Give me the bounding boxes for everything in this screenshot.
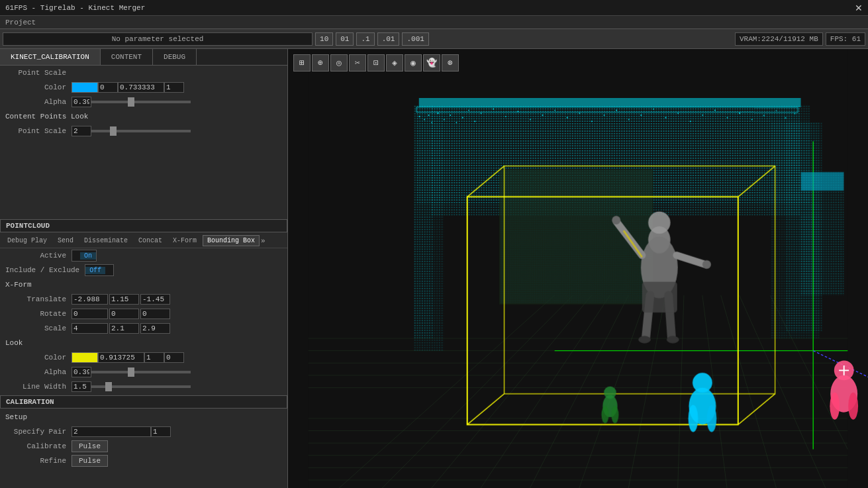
left-panel: KINECT_CALIBRATION CONTENT DEBUG Point S… bbox=[0, 49, 288, 488]
scale-x-input[interactable] bbox=[72, 323, 108, 334]
line-width-input[interactable] bbox=[72, 381, 91, 392]
vp-icon-box[interactable]: ⊡ bbox=[367, 54, 385, 72]
svg-point-93 bbox=[702, 260, 711, 269]
alpha-input[interactable] bbox=[72, 97, 91, 107]
translate-row: Translate bbox=[0, 292, 287, 307]
color-label: Color bbox=[5, 83, 72, 91]
refine-row: Refine Pulse bbox=[0, 454, 287, 468]
subtab-concat[interactable]: Concat bbox=[134, 235, 167, 246]
look-color-r-input[interactable] bbox=[98, 352, 144, 363]
close-button[interactable]: ✕ bbox=[855, 3, 863, 13]
color-swatch[interactable] bbox=[72, 82, 98, 93]
pointcloud-subtabs: Debug Play Send Disseminate Concat X-For… bbox=[0, 234, 287, 248]
look-label-row: Look bbox=[0, 336, 287, 350]
alpha-label: Alpha bbox=[5, 98, 72, 106]
svg-point-99 bbox=[693, 373, 712, 393]
content-points-look-label: Content Points Look bbox=[5, 113, 88, 121]
num-btn-01[interactable]: 01 bbox=[336, 32, 354, 46]
menu-project[interactable]: Project bbox=[5, 19, 36, 26]
pointcloud-section-header: POINTCLOUD bbox=[0, 219, 287, 232]
subtab-bounding-box[interactable]: Bounding Box bbox=[203, 235, 260, 246]
vp-icon-cut[interactable]: ✂ bbox=[349, 54, 366, 72]
active-toggle[interactable]: On bbox=[72, 250, 97, 262]
color-r-input[interactable] bbox=[98, 82, 118, 93]
menu-bar: Project bbox=[0, 16, 868, 29]
translate-y-input[interactable] bbox=[109, 294, 139, 305]
svg-point-105 bbox=[848, 393, 858, 420]
specify-pair-input2[interactable] bbox=[151, 426, 171, 437]
vp-icon-ghost[interactable]: 👻 bbox=[423, 54, 440, 72]
look-color-b-input[interactable] bbox=[164, 352, 184, 363]
num-btn-0.1[interactable]: .1 bbox=[356, 32, 374, 46]
look-alpha-slider[interactable] bbox=[91, 371, 191, 373]
vp-icon-grid[interactable]: ⊞ bbox=[293, 54, 311, 72]
line-width-slider[interactable] bbox=[91, 385, 191, 388]
vp-icon-circle[interactable]: ◉ bbox=[405, 54, 422, 72]
subtab-more[interactable]: » bbox=[261, 237, 265, 245]
alpha-slider[interactable] bbox=[91, 101, 191, 103]
look-alpha-input[interactable] bbox=[72, 367, 91, 377]
tab-bar: KINECT_CALIBRATION CONTENT DEBUG bbox=[0, 49, 287, 66]
vp-icon-diamond[interactable]: ◈ bbox=[386, 54, 403, 72]
look-color-label: Color bbox=[5, 354, 72, 362]
title-bar-title: 61FPS - Tigrelab - Kinect Merger bbox=[5, 4, 145, 12]
translate-x-input[interactable] bbox=[72, 294, 108, 305]
refine-pulse-btn[interactable]: Pulse bbox=[72, 455, 108, 467]
rotate-inputs bbox=[72, 309, 170, 319]
svg-point-92 bbox=[612, 216, 620, 224]
vram-display: VRAM:2224/11912 MB bbox=[735, 32, 823, 46]
look-alpha-label: Alpha bbox=[5, 368, 72, 376]
setup-label-row: Setup bbox=[0, 410, 287, 424]
title-bar: 61FPS - Tigrelab - Kinect Merger ✕ bbox=[0, 0, 868, 16]
xform-label: X-Form bbox=[5, 281, 32, 289]
include-exclude-label: Include / Exclude bbox=[5, 266, 85, 274]
include-exclude-toggle[interactable]: Off bbox=[85, 264, 114, 276]
main-layout: KINECT_CALIBRATION CONTENT DEBUG Point S… bbox=[0, 49, 868, 488]
content-point-scale-input[interactable] bbox=[72, 126, 91, 136]
translate-inputs bbox=[72, 294, 170, 305]
calibration-section-header: CALIBRATION bbox=[0, 395, 287, 409]
calibrate-label: Calibrate bbox=[5, 442, 72, 450]
subtab-debug-play[interactable]: Debug Play bbox=[3, 235, 52, 246]
look-color-swatch[interactable] bbox=[72, 352, 98, 363]
tab-content[interactable]: CONTENT bbox=[101, 49, 153, 65]
num-btn-10[interactable]: 10 bbox=[315, 32, 333, 46]
vp-icon-star[interactable]: ⊛ bbox=[442, 54, 459, 72]
num-btn-0.001[interactable]: .001 bbox=[402, 32, 428, 46]
subtab-disseminate[interactable]: Disseminate bbox=[79, 235, 132, 246]
specify-pair-label: Specify Pair bbox=[5, 428, 72, 436]
spacer bbox=[0, 138, 287, 218]
tab-kinect-calibration[interactable]: KINECT_CALIBRATION bbox=[0, 49, 101, 65]
calibrate-pulse-btn[interactable]: Pulse bbox=[72, 440, 108, 452]
color-g-input[interactable] bbox=[118, 82, 164, 93]
rotate-x-input[interactable] bbox=[72, 309, 108, 319]
svg-rect-96 bbox=[642, 281, 677, 312]
color-b-input[interactable] bbox=[164, 82, 184, 93]
svg-point-101 bbox=[706, 405, 716, 432]
scale-y-input[interactable] bbox=[109, 323, 139, 334]
scale-row: Scale bbox=[0, 321, 287, 336]
specify-pair-input1[interactable] bbox=[72, 426, 151, 437]
content-point-scale-slider[interactable] bbox=[91, 130, 191, 132]
content-point-scale-label: Point Scale bbox=[5, 127, 72, 135]
num-btn-0.01[interactable]: .01 bbox=[377, 32, 400, 46]
xform-label-row: X-Form bbox=[0, 277, 287, 292]
fps-display: FPS: 61 bbox=[826, 32, 865, 46]
rotate-y-input[interactable] bbox=[109, 309, 139, 319]
content-point-scale-row: Point Scale bbox=[0, 124, 287, 138]
viewport-toolbar: ⊞ ⊕ ◎ ✂ ⊡ ◈ ◉ 👻 ⊛ bbox=[293, 54, 459, 72]
subtab-xform[interactable]: X-Form bbox=[168, 235, 201, 246]
include-exclude-row: Include / Exclude Off bbox=[0, 263, 287, 277]
vp-icon-rotate[interactable]: ◎ bbox=[330, 54, 348, 72]
subtab-send[interactable]: Send bbox=[53, 235, 78, 246]
translate-z-input[interactable] bbox=[140, 294, 170, 305]
scene-svg bbox=[288, 49, 868, 488]
rotate-row: Rotate bbox=[0, 307, 287, 321]
specify-pair-row: Specify Pair bbox=[0, 424, 287, 439]
rotate-z-input[interactable] bbox=[140, 309, 170, 319]
tab-debug[interactable]: DEBUG bbox=[153, 49, 197, 65]
vp-icon-person[interactable]: ⊕ bbox=[312, 54, 329, 72]
look-color-g-input[interactable] bbox=[144, 352, 164, 363]
scale-z-input[interactable] bbox=[140, 323, 170, 334]
color-row: Color bbox=[0, 80, 287, 95]
